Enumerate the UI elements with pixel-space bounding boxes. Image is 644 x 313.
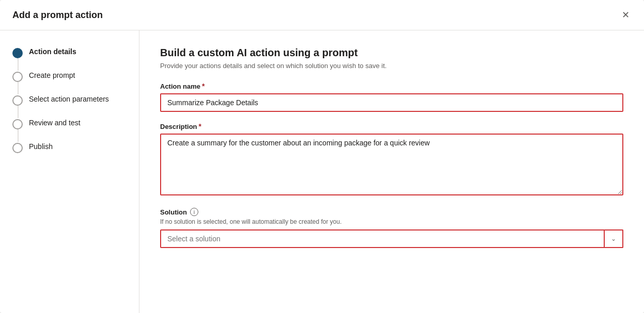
step-label-select-action-parameters: Select action parameters [29,94,109,105]
step-connector [18,106,19,118]
step-circle-inactive [12,119,23,129]
description-label: Description * [160,122,623,130]
description-textarea[interactable] [160,134,623,195]
dialog-title: Add a prompt action [12,10,103,21]
step-circle-active [12,48,23,58]
info-icon[interactable]: i [190,208,198,216]
action-name-field-group: Action name * [160,82,623,112]
page-subtitle: Provide your actions details and select … [160,62,623,70]
sidebar-item-review-and-test[interactable]: Review and test [12,118,127,142]
step-label-create-prompt: Create prompt [29,71,75,81]
sidebar-item-select-action-parameters[interactable]: Select action parameters [12,94,127,118]
description-field-group: Description * [160,122,623,197]
solution-select-input[interactable] [160,229,623,248]
sidebar-item-action-details[interactable]: Action details [12,47,127,71]
step-label-publish: Publish [29,142,53,152]
solution-field-group: Solution i If no solution is selected, o… [160,208,623,248]
page-title: Build a custom AI action using a prompt [160,47,623,59]
solution-label: Solution [160,208,187,216]
solution-select-wrapper: ⌄ [160,229,623,248]
step-connector [18,58,19,71]
main-content: Build a custom AI action using a prompt … [139,30,644,313]
required-star-desc: * [199,122,201,130]
sidebar-item-create-prompt[interactable]: Create prompt [12,71,127,94]
step-label-review-and-test: Review and test [29,118,81,128]
step-label-action-details: Action details [29,47,76,57]
step-circle-inactive [12,143,23,153]
action-name-label: Action name * [160,82,623,90]
step-circle-inactive [12,95,23,106]
dialog-body: Action details Create prompt Select acti… [0,30,644,313]
close-icon: ✕ [622,10,630,20]
sidebar-item-publish[interactable]: Publish [12,142,127,153]
sidebar: Action details Create prompt Select acti… [0,30,139,313]
dialog-header: Add a prompt action ✕ [0,0,644,30]
solution-label-row: Solution i [160,208,623,216]
dialog: Add a prompt action ✕ Action details Cre… [0,0,644,313]
chevron-down-icon: ⌄ [611,235,616,242]
step-connector [18,82,19,94]
step-connector [18,129,19,142]
close-button[interactable]: ✕ [620,8,632,22]
action-name-input[interactable] [160,93,623,112]
step-circle-inactive [12,72,23,82]
solution-hint: If no solution is selected, one will aut… [160,218,623,225]
solution-dropdown-button[interactable]: ⌄ [604,229,623,248]
required-star: * [202,82,205,90]
